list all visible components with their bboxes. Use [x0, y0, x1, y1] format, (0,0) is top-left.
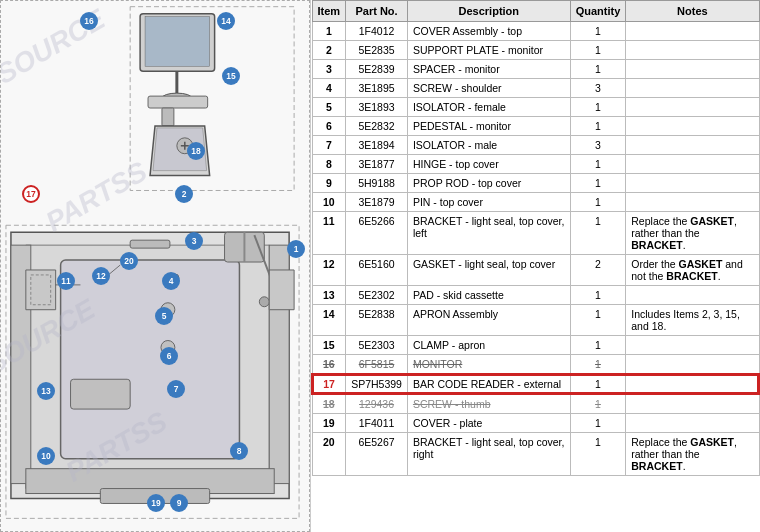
table-row[interactable]: 166F5815MONITOR1	[312, 355, 759, 375]
item-number: 18	[312, 394, 346, 414]
part-number: 3E1879	[346, 193, 408, 212]
part-circle-5: 5	[155, 307, 173, 325]
svg-rect-11	[61, 260, 240, 459]
quantity: 1	[570, 193, 626, 212]
part-circle-8: 8	[230, 442, 248, 460]
description: SCREW - shoulder	[407, 79, 570, 98]
notes: Order the GASKET and not the BRACKET.	[626, 255, 759, 286]
table-row[interactable]: 43E1895SCREW - shoulder3	[312, 79, 759, 98]
notes	[626, 60, 759, 79]
item-number: 8	[312, 155, 346, 174]
part-circle-10: 10	[37, 447, 55, 465]
item-number: 16	[312, 355, 346, 375]
notes	[626, 41, 759, 60]
item-number: 6	[312, 117, 346, 136]
diagram-panel: SOURCE PARTSS SOURCE PARTSS	[0, 0, 310, 532]
table-row[interactable]: 17SP7H5399BAR CODE READER - external1	[312, 374, 759, 394]
table-row[interactable]: 83E1877HINGE - top cover1	[312, 155, 759, 174]
part-circle-2: 2	[175, 185, 193, 203]
part-number: 5E2838	[346, 305, 408, 336]
part-number: 6E5267	[346, 433, 408, 476]
table-row[interactable]: 95H9188PROP ROD - top cover1	[312, 174, 759, 193]
part-circle-4: 4	[162, 272, 180, 290]
part-number: 1F4011	[346, 414, 408, 433]
notes	[626, 355, 759, 375]
description: COVER - plate	[407, 414, 570, 433]
description: ISOLATOR - female	[407, 98, 570, 117]
item-number: 2	[312, 41, 346, 60]
description: GASKET - light seal, top cover	[407, 255, 570, 286]
item-number: 1	[312, 22, 346, 41]
quantity: 1	[570, 98, 626, 117]
notes	[626, 286, 759, 305]
quantity: 3	[570, 136, 626, 155]
item-number: 20	[312, 433, 346, 476]
quantity: 1	[570, 155, 626, 174]
item-number: 4	[312, 79, 346, 98]
item-number: 15	[312, 336, 346, 355]
part-number: 3E1877	[346, 155, 408, 174]
description: APRON Assembly	[407, 305, 570, 336]
item-number: 12	[312, 255, 346, 286]
table-row[interactable]: 73E1894ISOLATOR - male3	[312, 136, 759, 155]
part-number: 3E1895	[346, 79, 408, 98]
table-row[interactable]: 103E1879PIN - top cover1	[312, 193, 759, 212]
table-row[interactable]: 116E5266BRACKET - light seal, top cover,…	[312, 212, 759, 255]
table-row[interactable]: 191F4011COVER - plate1	[312, 414, 759, 433]
notes	[626, 193, 759, 212]
notes	[626, 414, 759, 433]
notes	[626, 174, 759, 193]
table-row[interactable]: 126E5160GASKET - light seal, top cover2O…	[312, 255, 759, 286]
part-circle-16: 16	[80, 12, 98, 30]
table-row[interactable]: 155E2303CLAMP - apron1	[312, 336, 759, 355]
table-row[interactable]: 65E2832PEDESTAL - monitor1	[312, 117, 759, 136]
col-part: Part No.	[346, 1, 408, 22]
item-number: 7	[312, 136, 346, 155]
item-number: 10	[312, 193, 346, 212]
parts-table-panel[interactable]: Item Part No. Description Quantity Notes…	[310, 0, 760, 532]
part-circle-14: 14	[217, 12, 235, 30]
table-row[interactable]: 18129436SCREW - thumb1	[312, 394, 759, 414]
table-row[interactable]: 25E2835SUPPORT PLATE - monitor1	[312, 41, 759, 60]
notes	[626, 136, 759, 155]
notes	[626, 22, 759, 41]
table-row[interactable]: 53E1893ISOLATOR - female1	[312, 98, 759, 117]
table-row[interactable]: 11F4012COVER Assembly - top1	[312, 22, 759, 41]
table-row[interactable]: 135E2302PAD - skid cassette1	[312, 286, 759, 305]
description: CLAMP - apron	[407, 336, 570, 355]
part-number: 6E5266	[346, 212, 408, 255]
description: HINGE - top cover	[407, 155, 570, 174]
part-circle-1: 1	[287, 240, 305, 258]
part-circle-20: 20	[120, 252, 138, 270]
part-circle-9: 9	[170, 494, 188, 512]
table-body: 11F4012COVER Assembly - top125E2835SUPPO…	[312, 22, 759, 476]
notes: Replace the GASKET, rather than the BRAC…	[626, 212, 759, 255]
notes: Includes Items 2, 3, 15, and 18.	[626, 305, 759, 336]
svg-rect-3	[145, 17, 210, 67]
part-number: SP7H5399	[346, 374, 408, 394]
description: SCREW - thumb	[407, 394, 570, 414]
quantity: 1	[570, 212, 626, 255]
table-row[interactable]: 206E5267BRACKET - light seal, top cover,…	[312, 433, 759, 476]
part-number: 5E2832	[346, 117, 408, 136]
svg-rect-7	[162, 108, 174, 126]
part-circle-12: 12	[92, 267, 110, 285]
part-circle-11: 11	[57, 272, 75, 290]
quantity: 1	[570, 286, 626, 305]
part-number: 6E5160	[346, 255, 408, 286]
table-row[interactable]: 35E2839SPACER - monitor1	[312, 60, 759, 79]
quantity: 1	[570, 41, 626, 60]
item-number: 19	[312, 414, 346, 433]
svg-rect-21	[71, 379, 131, 409]
part-number: 5E2302	[346, 286, 408, 305]
quantity: 1	[570, 60, 626, 79]
quantity: 1	[570, 117, 626, 136]
part-circle-13: 13	[37, 382, 55, 400]
table-row[interactable]: 145E2838APRON Assembly1Includes Items 2,…	[312, 305, 759, 336]
description: PROP ROD - top cover	[407, 174, 570, 193]
notes	[626, 336, 759, 355]
item-number: 13	[312, 286, 346, 305]
quantity: 3	[570, 79, 626, 98]
description: MONITOR	[407, 355, 570, 375]
item-number: 11	[312, 212, 346, 255]
